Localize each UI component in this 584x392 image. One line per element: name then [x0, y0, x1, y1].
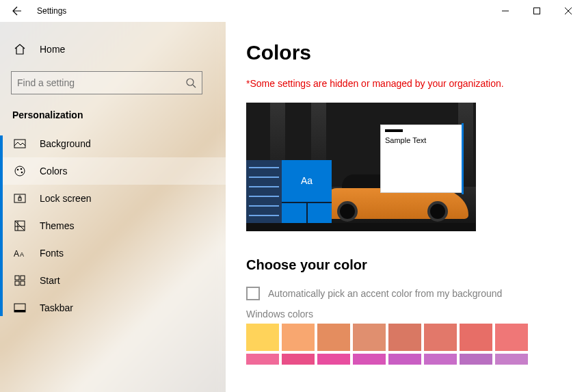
search-box[interactable]	[11, 71, 202, 94]
sidebar-item-label: Background	[40, 138, 91, 149]
sidebar: Home Personalization BackgroundColorsLoc…	[0, 22, 226, 392]
background-icon	[14, 138, 26, 150]
preview-sample-text: Sample Text	[385, 136, 462, 144]
color-swatch[interactable]	[424, 324, 457, 351]
minimize-icon	[502, 8, 509, 14]
choose-color-heading: Choose your color	[246, 257, 563, 273]
color-swatch[interactable]	[246, 354, 279, 365]
maximize-icon	[533, 8, 540, 14]
minimize-button[interactable]	[490, 0, 521, 22]
swatch-grid	[246, 324, 563, 365]
preview-sample-window: Sample Text	[380, 125, 462, 193]
home-nav[interactable]: Home	[0, 36, 226, 63]
main-content: Colors *Some settings are hidden or mana…	[226, 22, 584, 392]
close-button[interactable]	[553, 0, 584, 22]
taskbar-icon	[14, 302, 26, 314]
svg-point-5	[21, 168, 23, 170]
color-swatch[interactable]	[388, 354, 421, 365]
colors-icon	[14, 165, 26, 177]
color-swatch[interactable]	[317, 354, 350, 365]
color-swatch[interactable]	[353, 324, 386, 351]
windows-colors-label: Windows colors	[246, 309, 563, 319]
titlebar: Settings	[0, 0, 584, 22]
svg-point-6	[21, 172, 23, 174]
sidebar-item-label: Taskbar	[40, 302, 73, 313]
svg-rect-8	[18, 198, 21, 200]
lock-screen-icon	[14, 192, 26, 205]
window-title: Settings	[37, 6, 66, 16]
home-label: Home	[40, 44, 65, 55]
sidebar-item-colors[interactable]: Colors	[0, 157, 226, 185]
sidebar-item-fonts[interactable]: AAFonts	[0, 239, 226, 267]
svg-rect-13	[21, 276, 25, 280]
search-wrap	[11, 71, 215, 94]
search-icon	[185, 77, 196, 88]
sidebar-item-lock-screen[interactable]: Lock screen	[0, 185, 226, 212]
search-input[interactable]	[17, 77, 185, 88]
color-preview: Aa Sample Text	[246, 103, 476, 231]
settings-window: Settings Home Personalization Background…	[0, 0, 584, 392]
sidebar-item-label: Lock screen	[40, 193, 91, 204]
svg-text:A: A	[20, 251, 24, 258]
preview-start-menu: Aa	[246, 160, 332, 223]
auto-pick-checkbox[interactable]	[246, 287, 260, 300]
sidebar-item-background[interactable]: Background	[0, 130, 226, 157]
fonts-icon: AA	[14, 247, 26, 259]
color-swatch[interactable]	[424, 354, 457, 365]
arrow-left-icon	[11, 5, 22, 16]
svg-point-1	[187, 79, 194, 86]
preview-tile-aa: Aa	[282, 160, 332, 202]
svg-rect-14	[15, 281, 19, 285]
sidebar-item-taskbar[interactable]: Taskbar	[0, 294, 226, 322]
sidebar-item-label: Fonts	[40, 248, 64, 259]
color-swatch[interactable]	[282, 324, 315, 351]
sidebar-section-title: Personalization	[0, 100, 226, 126]
svg-text:A: A	[14, 249, 19, 259]
back-button[interactable]	[0, 0, 33, 22]
color-swatch[interactable]	[282, 354, 315, 365]
color-swatch[interactable]	[388, 324, 421, 351]
sidebar-item-label: Start	[40, 275, 60, 286]
sidebar-item-start[interactable]: Start	[0, 267, 226, 294]
themes-icon	[14, 220, 26, 232]
color-swatch[interactable]	[460, 324, 492, 351]
org-warning: *Some settings are hidden or managed by …	[246, 78, 563, 89]
color-swatch[interactable]	[495, 324, 528, 351]
color-swatch[interactable]	[246, 324, 279, 351]
home-icon	[14, 43, 26, 55]
svg-rect-17	[14, 310, 25, 312]
svg-rect-15	[21, 281, 25, 285]
color-swatch[interactable]	[353, 354, 386, 365]
start-icon	[14, 274, 26, 287]
maximize-button[interactable]	[521, 0, 553, 22]
color-swatch[interactable]	[317, 324, 350, 351]
svg-point-3	[15, 166, 25, 176]
svg-rect-0	[534, 8, 540, 14]
close-icon	[565, 8, 572, 14]
color-swatch[interactable]	[460, 354, 492, 365]
svg-rect-12	[15, 276, 19, 280]
sidebar-item-themes[interactable]: Themes	[0, 212, 226, 239]
sidebar-item-label: Colors	[40, 166, 67, 177]
sidebar-item-label: Themes	[40, 220, 75, 231]
svg-point-4	[17, 169, 19, 171]
page-title: Colors	[246, 41, 563, 64]
auto-pick-row[interactable]: Automatically pick an accent color from …	[246, 287, 563, 300]
color-swatch[interactable]	[495, 354, 528, 365]
auto-pick-label: Automatically pick an accent color from …	[268, 288, 502, 299]
